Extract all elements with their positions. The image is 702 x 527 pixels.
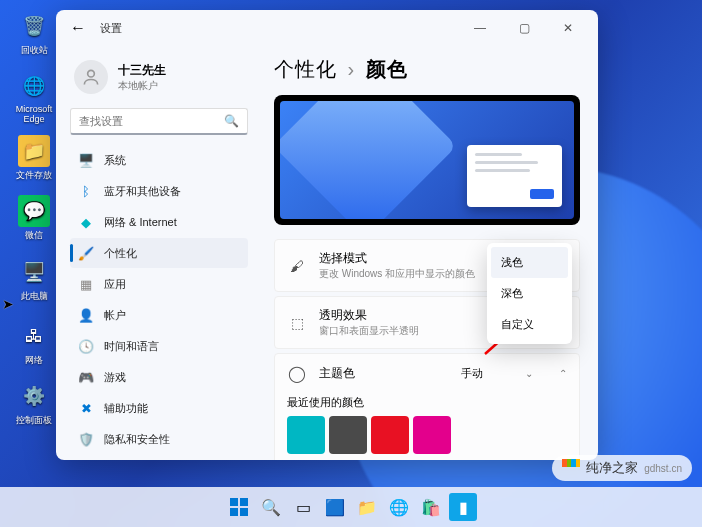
desktop-icon-Microsoft Edge[interactable]: 🌐Microsoft Edge bbox=[12, 70, 56, 124]
mode-option-light[interactable]: 浅色 bbox=[491, 247, 568, 278]
color-swatch[interactable] bbox=[413, 416, 451, 454]
taskbar-search[interactable]: 🔍 bbox=[257, 493, 285, 521]
recent-colors-label: 最近使用的颜色 bbox=[287, 395, 567, 410]
sidebar-item-system[interactable]: 🖥️系统 bbox=[70, 145, 248, 175]
user-name: 十三先生 bbox=[118, 62, 166, 79]
palette-icon: ◯ bbox=[287, 364, 307, 383]
taskbar-taskview[interactable]: ▭ bbox=[289, 493, 317, 521]
close-button[interactable]: ✕ bbox=[554, 21, 582, 35]
accent-color-section: ◯ 主题色 手动 ⌄ ⌃ 最近使用的颜色 Windows 颜色 bbox=[274, 353, 580, 460]
search-icon: 🔍 bbox=[224, 114, 239, 128]
color-swatch[interactable] bbox=[287, 416, 325, 454]
svg-rect-3 bbox=[240, 498, 248, 506]
maximize-button[interactable]: ▢ bbox=[510, 21, 538, 35]
accounts-icon: 👤 bbox=[78, 307, 94, 323]
apps-icon: ▦ bbox=[78, 276, 94, 292]
sidebar: 十三先生 本地帐户 🔍 🖥️系统ᛒ蓝牙和其他设备◆网络 & Internet🖌️… bbox=[56, 46, 256, 460]
desktop-icon-微信[interactable]: 💬微信 bbox=[12, 195, 56, 242]
mode-dropdown: 浅色 深色 自定义 bbox=[487, 243, 572, 344]
transparency-sub: 窗口和表面显示半透明 bbox=[319, 324, 419, 338]
accent-auto-select[interactable]: 手动 bbox=[461, 366, 483, 381]
desktop-icon-控制面板[interactable]: ⚙️控制面板 bbox=[12, 380, 56, 427]
gaming-icon: 🎮 bbox=[78, 369, 94, 385]
nav-list: 🖥️系统ᛒ蓝牙和其他设备◆网络 & Internet🖌️个性化▦应用👤帐户🕓时间… bbox=[70, 145, 248, 460]
chevron-up-icon[interactable]: ⌃ bbox=[559, 368, 567, 379]
sidebar-item-accessibility[interactable]: ✖辅助功能 bbox=[70, 393, 248, 423]
personalization-icon: 🖌️ bbox=[78, 245, 94, 261]
sidebar-item-accounts[interactable]: 👤帐户 bbox=[70, 300, 248, 330]
svg-rect-4 bbox=[230, 508, 238, 516]
titlebar: ← 设置 — ▢ ✕ bbox=[56, 10, 598, 46]
mode-sub: 更改 Windows 和应用中显示的颜色 bbox=[319, 267, 475, 281]
crumb-parent[interactable]: 个性化 bbox=[274, 58, 337, 80]
svg-point-0 bbox=[88, 70, 95, 77]
minimize-button[interactable]: — bbox=[466, 21, 494, 35]
taskbar-explorer[interactable]: 📁 bbox=[353, 493, 381, 521]
mode-option-custom[interactable]: 自定义 bbox=[491, 309, 568, 340]
taskbar-app[interactable]: ▮ bbox=[449, 493, 477, 521]
transparency-icon: ⬚ bbox=[287, 315, 307, 331]
mode-option-dark[interactable]: 深色 bbox=[491, 278, 568, 309]
network-icon: ◆ bbox=[78, 214, 94, 230]
desktop-icon-文件存放[interactable]: 📁文件存放 bbox=[12, 135, 56, 182]
sidebar-item-network[interactable]: ◆网络 & Internet bbox=[70, 207, 248, 237]
time-icon: 🕓 bbox=[78, 338, 94, 354]
transparency-title: 透明效果 bbox=[319, 307, 419, 324]
sidebar-item-gaming[interactable]: 🎮游戏 bbox=[70, 362, 248, 392]
taskbar: 🔍 ▭ 🟦 📁 🌐 🛍️ ▮ bbox=[0, 487, 702, 527]
content-pane: 个性化 › 颜色 bbox=[256, 46, 598, 460]
preview-mini-window bbox=[467, 145, 562, 207]
theme-preview bbox=[274, 95, 580, 225]
mode-title: 选择模式 bbox=[319, 250, 475, 267]
taskbar-widgets[interactable]: 🟦 bbox=[321, 493, 349, 521]
desktop-icon-网络[interactable]: 🖧网络 bbox=[12, 320, 56, 367]
window-title: 设置 bbox=[100, 21, 122, 36]
sidebar-item-update[interactable]: ↻Windows 更新 bbox=[70, 455, 248, 460]
recent-colors bbox=[287, 416, 567, 454]
back-button[interactable]: ← bbox=[64, 19, 92, 37]
desktop-icon-此电脑[interactable]: 🖥️此电脑 bbox=[12, 256, 56, 303]
watermark: 纯净之家 gdhst.cn bbox=[552, 455, 692, 481]
sidebar-item-time[interactable]: 🕓时间和语言 bbox=[70, 331, 248, 361]
privacy-icon: 🛡️ bbox=[78, 431, 94, 447]
accent-title: 主题色 bbox=[319, 365, 355, 382]
avatar bbox=[74, 60, 108, 94]
color-swatch[interactable] bbox=[329, 416, 367, 454]
chevron-down-icon[interactable]: ⌄ bbox=[525, 368, 533, 379]
crumb-current: 颜色 bbox=[366, 58, 408, 80]
sidebar-item-privacy[interactable]: 🛡️隐私和安全性 bbox=[70, 424, 248, 454]
user-profile[interactable]: 十三先生 本地帐户 bbox=[70, 54, 248, 108]
svg-rect-5 bbox=[240, 508, 248, 516]
svg-rect-2 bbox=[230, 498, 238, 506]
accessibility-icon: ✖ bbox=[78, 400, 94, 416]
breadcrumb: 个性化 › 颜色 bbox=[274, 56, 580, 83]
paint-icon: 🖌 bbox=[287, 258, 307, 274]
bluetooth-icon: ᛒ bbox=[78, 183, 94, 199]
user-sub: 本地帐户 bbox=[118, 79, 166, 93]
color-swatch[interactable] bbox=[371, 416, 409, 454]
sidebar-item-personalization[interactable]: 🖌️个性化 bbox=[70, 238, 248, 268]
search-input[interactable] bbox=[79, 115, 224, 127]
desktop-icon-回收站[interactable]: 🗑️回收站 bbox=[12, 10, 56, 57]
start-button[interactable] bbox=[225, 493, 253, 521]
taskbar-edge[interactable]: 🌐 bbox=[385, 493, 413, 521]
sidebar-item-apps[interactable]: ▦应用 bbox=[70, 269, 248, 299]
settings-window: ← 设置 — ▢ ✕ 十三先生 本地帐户 🔍 bbox=[56, 10, 598, 460]
system-icon: 🖥️ bbox=[78, 152, 94, 168]
chevron-right-icon: › bbox=[348, 58, 356, 80]
taskbar-store[interactable]: 🛍️ bbox=[417, 493, 445, 521]
search-box[interactable]: 🔍 bbox=[70, 108, 248, 135]
sidebar-item-bluetooth[interactable]: ᛒ蓝牙和其他设备 bbox=[70, 176, 248, 206]
